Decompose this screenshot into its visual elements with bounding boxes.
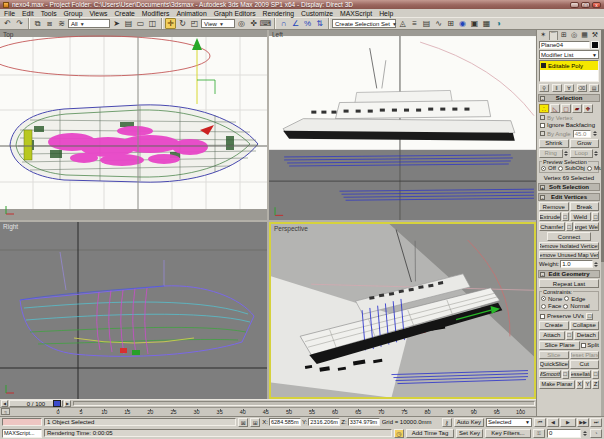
shrink-button[interactable]: Shrink <box>539 139 569 148</box>
quickslice-button[interactable]: QuickSlice <box>539 360 569 369</box>
rendered-frame-icon[interactable]: ▦ <box>481 18 492 29</box>
time-configuration-button[interactable]: ◔ <box>590 429 602 438</box>
key-mode-toggle-icon[interactable]: ⚿ <box>533 429 545 438</box>
preview-subobj-radio[interactable] <box>558 166 563 171</box>
reset-plane-button[interactable]: Reset Plane <box>570 351 600 359</box>
time-slider-next-icon[interactable]: ▶ <box>64 400 71 407</box>
viewport-left[interactable]: Left <box>269 30 536 220</box>
msmooth-button[interactable]: MSmooth <box>539 370 561 378</box>
weld-button[interactable]: Weld <box>570 212 592 221</box>
utilities-tab-icon[interactable]: ⚒ <box>590 31 599 40</box>
modify-tab-icon[interactable]: ⌒ <box>549 31 558 40</box>
edit-vertices-rollout-header[interactable]: - Edit Vertices <box>538 193 600 201</box>
bind-spacewarp-icon[interactable]: ≋ <box>56 18 67 29</box>
y-coordinate-field[interactable]: 2316.206m <box>308 418 340 426</box>
viewport-top[interactable]: Top <box>0 30 267 220</box>
by-angle-checkbox[interactable] <box>540 131 545 136</box>
mirror-icon[interactable]: ◬ <box>397 18 408 29</box>
menu-item[interactable]: Animation <box>176 10 206 17</box>
tessellate-button[interactable]: Tessellate <box>570 370 592 378</box>
slice-plane-button[interactable]: Slice Plane <box>539 341 580 350</box>
by-angle-field[interactable]: 45.0 <box>573 130 591 138</box>
make-planar-x-button[interactable]: X <box>576 380 583 389</box>
viewport-right[interactable]: Right <box>0 222 267 399</box>
hierarchy-tab-icon[interactable]: ⊞ <box>559 31 568 40</box>
ignore-backfacing-checkbox[interactable] <box>540 123 545 128</box>
menu-item[interactable]: Edit <box>22 10 34 17</box>
modifier-stack-item[interactable]: Editable Poly <box>540 61 598 70</box>
current-frame-marker[interactable] <box>53 400 61 407</box>
redo-icon[interactable]: ↷ <box>14 18 25 29</box>
use-pivot-center-icon[interactable]: ◎ <box>236 18 247 29</box>
select-scale-icon[interactable]: ◰ <box>189 18 200 29</box>
preserve-uvs-settings-button[interactable]: □ <box>586 313 593 320</box>
viewport-label-right[interactable]: Right <box>3 223 18 230</box>
msmooth-settings-button[interactable]: □ <box>562 370 569 379</box>
modifier-stack[interactable]: Editable Poly <box>539 60 599 82</box>
selection-lock-icon[interactable]: ⊠ <box>238 418 248 427</box>
rectangular-region-icon[interactable]: ▭ <box>135 18 146 29</box>
preview-off-radio[interactable] <box>541 166 546 171</box>
time-slider-prev-icon[interactable]: ◀ <box>1 400 8 407</box>
reference-coordinate-dropdown[interactable]: View▼ <box>201 19 235 28</box>
undo-icon[interactable]: ↶ <box>2 18 13 29</box>
element-mode-icon[interactable]: ❖ <box>583 104 593 113</box>
create-button[interactable]: Create <box>539 321 569 330</box>
weld-settings-button[interactable]: □ <box>592 212 599 221</box>
viewport-label-top[interactable]: Top <box>3 31 13 38</box>
maxscript-listener-field[interactable]: MAXScript... <box>2 429 42 438</box>
set-keys-icon[interactable]: ⚷ <box>442 418 452 427</box>
collapse-button[interactable]: Collapse <box>570 321 600 330</box>
menu-item[interactable]: Modifiers <box>142 10 170 17</box>
viewport-label-left[interactable]: Left <box>272 31 283 38</box>
remove-isolated-vertices-button[interactable]: Remove Isolated Vertices <box>539 242 599 250</box>
snap-toggle-icon[interactable]: ∩ <box>278 18 289 29</box>
key-filters-button[interactable]: Key Filters... <box>485 429 531 438</box>
repeat-last-button[interactable]: Repeat Last <box>539 279 599 288</box>
make-planar-z-button[interactable]: Z <box>592 380 599 389</box>
percent-snap-icon[interactable]: % <box>302 18 313 29</box>
select-manipulate-icon[interactable]: ✜ <box>248 18 259 29</box>
create-tab-icon[interactable]: ✶ <box>539 31 548 40</box>
x-coordinate-field[interactable]: 6284.585m <box>269 418 301 426</box>
track-bar[interactable]: 0510152025303540455055606570758085909510… <box>0 407 536 416</box>
close-button[interactable]: x <box>592 2 601 8</box>
constraint-edge-radio[interactable] <box>564 296 569 301</box>
weight-spinner[interactable] <box>594 260 599 268</box>
break-button[interactable]: Break <box>570 202 600 211</box>
curve-editor-icon[interactable]: ∿ <box>433 18 444 29</box>
menu-item[interactable]: Help <box>379 10 393 17</box>
menu-item[interactable]: Rendering <box>263 10 294 17</box>
key-set-dropdown[interactable]: Selected▼ <box>486 418 532 427</box>
display-tab-icon[interactable]: ▦ <box>580 31 589 40</box>
make-planar-button[interactable]: Make Planar <box>539 380 575 389</box>
constraint-normal-radio[interactable] <box>563 304 568 309</box>
object-name-field[interactable]: Plane04 <box>539 41 590 49</box>
attach-button[interactable]: Attach <box>539 331 565 340</box>
split-checkbox[interactable] <box>581 343 586 348</box>
object-color-swatch[interactable] <box>591 41 599 49</box>
ring-button[interactable]: Ring <box>539 149 563 158</box>
connect-button[interactable]: Connect <box>547 232 591 241</box>
chamfer-settings-button[interactable]: □ <box>566 222 573 231</box>
make-unique-icon[interactable]: ∀ <box>564 84 574 92</box>
detach-button[interactable]: Detach <box>574 331 600 340</box>
border-mode-icon[interactable]: ▢ <box>561 104 571 113</box>
chamfer-button[interactable]: Chamfer <box>539 222 565 231</box>
vertex-mode-icon[interactable]: ∴ <box>539 104 549 113</box>
play-button[interactable]: ▶ <box>560 418 576 427</box>
select-object-icon[interactable]: ➤ <box>111 18 122 29</box>
cut-button[interactable]: Cut <box>570 360 600 369</box>
constraint-face-radio[interactable] <box>541 304 546 309</box>
menu-item[interactable]: Tools <box>41 10 57 17</box>
menu-item[interactable]: Group <box>64 10 83 17</box>
slice-button[interactable]: Slice <box>539 351 569 359</box>
macro-recorder-field[interactable] <box>2 418 42 426</box>
preserve-uvs-checkbox[interactable] <box>540 314 545 319</box>
render-setup-icon[interactable]: ▣ <box>469 18 480 29</box>
z-coordinate-field[interactable]: 3374.979m <box>348 418 380 426</box>
grow-button[interactable]: Grow <box>570 139 600 148</box>
constraint-none-radio[interactable] <box>541 296 546 301</box>
ring-spinner[interactable] <box>564 149 569 157</box>
extrude-button[interactable]: Extrude <box>539 212 561 221</box>
